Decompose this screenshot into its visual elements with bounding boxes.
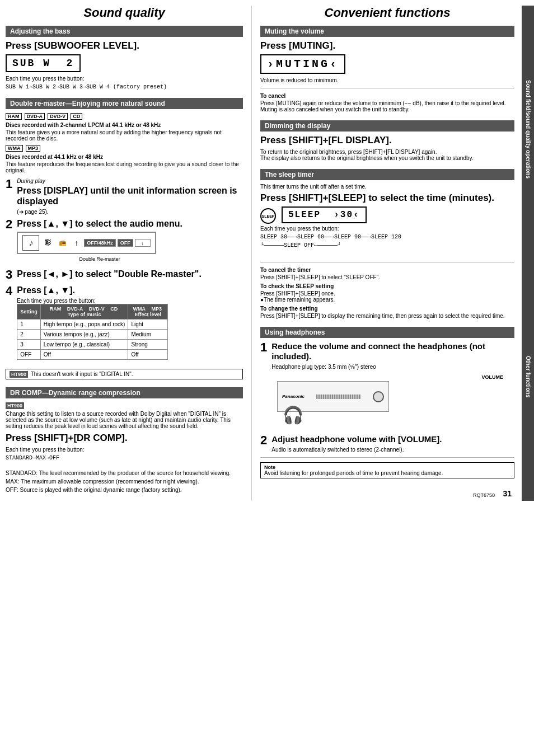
muting-section: Muting the volume Press [MUTING]. ›MUTIN…: [260, 26, 514, 112]
divider-sleep: [260, 262, 514, 262]
th-effect: WMA MP3Effect level: [128, 304, 168, 319]
hp-step2-note: Audio is automatically switched to stere…: [271, 447, 442, 453]
sleep-header: The sleep timer: [260, 169, 514, 180]
audio-icon: ♪: [22, 235, 39, 251]
subwoofer-flow: SUB W 1→SUB W 2→SUB W 3→SUB W 4 (factory…: [6, 84, 243, 90]
step2-row: 2 Press [▲, ▼] to select the audio menu.…: [6, 218, 243, 265]
device-bars: [316, 395, 361, 399]
cell-type-off: Off: [40, 349, 128, 359]
dr-comp-command: Press [SHIFT]+[DR COMP].: [6, 433, 243, 444]
divider-1: [260, 88, 514, 88]
right-title: Convenient functions: [260, 6, 514, 20]
th-setting: Setting: [17, 304, 41, 319]
opt-offkhz: OFF/48kHz: [84, 239, 116, 247]
adjusting-bass-header: Adjusting the bass: [6, 26, 243, 37]
dr-comp-intro: Change this setting to listen to a sourc…: [6, 411, 243, 429]
dvda-badge: DVD-A: [25, 113, 45, 120]
max-text: MAX: The maximum allowable compression (…: [6, 478, 243, 485]
cell-effect-1: Light: [128, 319, 168, 329]
step4-row: 4 Press [▲, ▼]. Each time you press the …: [6, 285, 243, 364]
sleep-section: The sleep timer This timer turns the uni…: [260, 169, 514, 319]
cell-effect-2: Medium: [128, 329, 168, 339]
cell-setting-1: 1: [17, 319, 41, 329]
disc1-title: Discs recorded with 2-channel LPCM at 44…: [6, 122, 243, 128]
headphone-symbol: 🎧: [283, 405, 303, 425]
side-tabs: Sound field/sound quality operations Oth…: [522, 6, 534, 501]
vol-label: VOLUME: [277, 374, 503, 380]
cell-type-2: Various tempos (e.g., jazz): [40, 329, 128, 339]
table-row: 2 Various tempos (e.g., jazz) Medium: [17, 329, 168, 339]
cell-setting-2: 2: [17, 329, 41, 339]
rqt-label: RQT6750: [473, 492, 495, 498]
hp-note-label: Note: [264, 464, 510, 470]
audio-icon2: 📻: [59, 239, 67, 246]
table-row: 1 High tempo (e.g., pops and rock) Light: [17, 319, 168, 329]
double-remaster-note-text: This doesn't work if input is "DIGITAL I…: [31, 371, 133, 377]
sleep-check-title: To check the SLEEP setting: [260, 283, 514, 289]
kanji-label: 彩: [45, 238, 51, 247]
double-remaster-section: Double re-master—Enjoying more natural s…: [6, 98, 243, 379]
headphones-header: Using headphones: [260, 327, 514, 338]
sleep-flow2: └——————SLEEP OFF←——————┘: [260, 242, 514, 248]
muting-header: Muting the volume: [260, 26, 514, 37]
step1-row: 1 During play Press [DISPLAY] until the …: [6, 178, 243, 215]
step1-command: Press [DISPLAY] until the unit informati…: [17, 185, 243, 206]
audio-menu-box: ♪ 彩 📻 ↑ OFF/48kHz OFF ↓: [17, 232, 156, 254]
hp-step1-row: 1 Reduce the volume and connect the head…: [260, 341, 514, 370]
dimming-section: Dimming the display Press [SHIFT]+[FL DI…: [260, 120, 514, 161]
off-text: OFF: Source is played with the original …: [6, 487, 243, 493]
audio-options: OFF/48kHz OFF ↓: [84, 239, 151, 247]
sleep-command: Press [SHIFT]+[SLEEP] to select the time…: [260, 192, 514, 204]
hp-step1-note: Headphone plug type: 3.5 mm (¹⁄₈″) stere…: [271, 364, 514, 370]
subwoofer-note: Each time you press the button:: [6, 76, 243, 82]
cell-type-3: Low tempo (e.g., classical): [40, 339, 128, 349]
hp-note-box: Note Avoid listening for prolonged perio…: [260, 462, 514, 478]
muting-note: Volume is reduced to minimum.: [260, 77, 514, 83]
opt-arrow: ↓: [135, 239, 151, 247]
panasonic-label: Panasonic: [282, 394, 305, 399]
table-row: 3 Low tempo (e.g., classical) Strong: [17, 339, 168, 349]
sleep-intro: This timer turns the unit off after a se…: [260, 184, 514, 190]
step2-command: Press [▲, ▼] to select the audio menu.: [17, 218, 182, 229]
hp-step2-command: Adjust headphone volume with [VOLUME].: [271, 434, 442, 444]
sleep-change-text: Press [SHIFT]+[SLEEP] to display the rem…: [260, 313, 514, 319]
disc1-text: This feature gives you a more natural so…: [6, 129, 243, 142]
step1-label: During play: [17, 178, 243, 184]
sleep-icon: SLEEP: [260, 208, 276, 224]
volume-knob: [373, 391, 384, 402]
disc2-title: Discs recorded at 44.1 kHz or 48 kHz: [6, 154, 243, 160]
sleep-display-row: SLEEP 5LEEP ›30‹: [260, 206, 514, 226]
hp-step2-number: 2: [260, 434, 267, 447]
muting-display: ›MUTING‹: [260, 54, 345, 74]
step4-note: Each time you press the button:: [17, 298, 168, 304]
hp-step1-number: 1: [260, 341, 267, 354]
double-remaster-header: Double re-master—Enjoying more natural s…: [6, 98, 243, 109]
step3-number: 3: [6, 269, 12, 281]
dr-comp-section: DR COMP—Dynamic range compression HT900 …: [6, 387, 243, 493]
sleep-flow1: SLEEP 30——→SLEEP 60——→SLEEP 90——→SLEEP 1…: [260, 234, 514, 240]
opt-off: OFF: [118, 239, 133, 247]
subwoofer-command: Press [SUBWOOFER LEVEL].: [6, 40, 243, 51]
cell-effect-off: Off: [128, 349, 168, 359]
cancel-title: To cancel: [260, 93, 514, 99]
step3-row: 3 Press [◄, ►] to select "Double Re-mast…: [6, 269, 243, 281]
step4-command: Press [▲, ▼].: [17, 285, 168, 295]
muting-command: Press [MUTING].: [260, 40, 514, 51]
cancel-text: Press [MUTING] again or reduce the volum…: [260, 100, 514, 112]
dimming-note: To return to the original brightness, pr…: [260, 149, 514, 161]
audio-icon3: ↑: [74, 238, 78, 247]
disc2-text: This feature reproduces the frequencies …: [6, 161, 243, 173]
ht900-badge-1: HT900: [10, 371, 28, 378]
page-number: 31: [503, 489, 512, 498]
double-remaster-note: HT900 This doesn't work if input is "DIG…: [6, 369, 243, 379]
adjusting-bass-section: Adjusting the bass Press [SUBWOOFER LEVE…: [6, 26, 243, 90]
sleep-each-time: Each time you press the button:: [260, 226, 514, 232]
side-tab-top: Sound field/sound quality operations: [522, 6, 534, 253]
sleep-check-text: Press [SHIFT]+[SLEEP] once.●The time rem…: [260, 290, 514, 303]
th-type: RAM DVD-A DVD-V CDType of music: [40, 304, 128, 319]
device-illustration: VOLUME Panasonic 🎧: [277, 374, 514, 412]
mp3-badge: MP3: [26, 145, 41, 152]
step1-note: (➜ page 25).: [17, 209, 243, 215]
dr-comp-header: DR COMP—Dynamic range compression: [6, 387, 243, 398]
cell-setting-off: OFF: [17, 349, 41, 359]
